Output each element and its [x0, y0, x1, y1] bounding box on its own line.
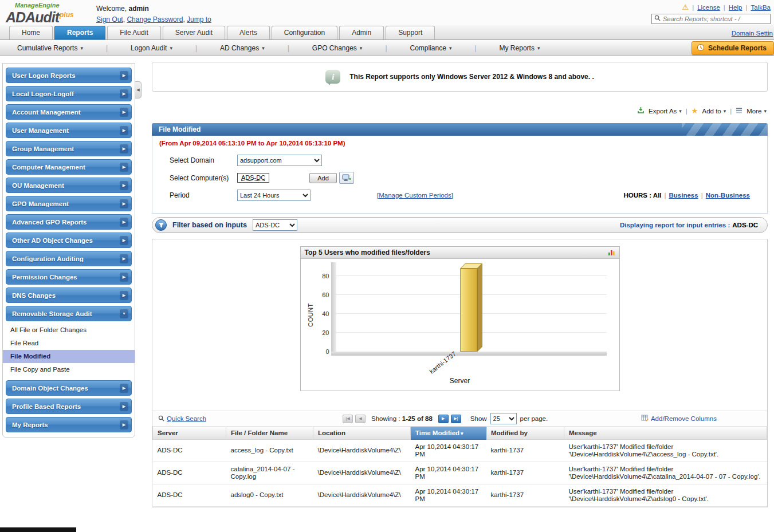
caret-down-icon: ▾	[449, 45, 452, 51]
column-header-time-modified[interactable]: Time Modified▾	[411, 427, 486, 439]
computer-field[interactable]: ADS-DC	[237, 173, 269, 183]
cell-time: Apr 10,2014 04:30:17 PM	[411, 439, 486, 462]
select-domain-label: Select Domain	[170, 156, 237, 164]
period-select[interactable]: Last 24 Hours	[237, 190, 311, 201]
add-computer-button[interactable]: Add	[309, 173, 337, 183]
sidebar-item-account-management[interactable]: Account Management▶	[6, 104, 132, 120]
sidebar-item-group-management[interactable]: Group Management▶	[6, 141, 132, 156]
chart-type-icon[interactable]	[608, 249, 615, 256]
sidebar-item-user-management[interactable]: User Management▶	[6, 123, 132, 138]
sidebar-item-local-logon-logoff[interactable]: Local Logon-Logoff▶	[6, 86, 132, 101]
domain-settings-link[interactable]: Domain Settin	[732, 30, 773, 37]
sidebar-subitem-file-modified[interactable]: File Modified	[3, 350, 135, 363]
page-size-select[interactable]: 25	[490, 413, 517, 424]
add-remove-columns-button[interactable]: Add/Remove Columns	[641, 415, 717, 423]
column-header-message[interactable]: Message	[564, 427, 767, 439]
hours-business-link[interactable]: Business	[669, 192, 698, 199]
tab-reports[interactable]: Reports	[54, 26, 105, 40]
sign-out-link[interactable]: Sign Out	[96, 15, 123, 23]
filter-label: Filter based on inputs	[172, 221, 247, 229]
table-row: ADS-DC adslog0 - Copy.txt \Device\Harddi…	[153, 484, 767, 506]
cell-location: \Device\HarddiskVolume4\Z\	[313, 484, 411, 506]
chevron-right-icon: ▶	[120, 218, 128, 227]
license-link[interactable]: License	[697, 4, 720, 11]
sidebar-subitem-all-file-or-folder-changes[interactable]: All File or Folder Changes	[3, 324, 135, 337]
sidebar-item-permission-changes[interactable]: Permission Changes▶	[6, 269, 132, 285]
export-as-button[interactable]: Export As▾	[649, 108, 682, 115]
hours-filter: HOURS : All Business Non-Business	[624, 192, 751, 199]
displaying-report-info: Displaying report for input entries :ADS…	[620, 222, 758, 228]
subnav-gpo-changes[interactable]: GPO Changes▾	[312, 44, 363, 52]
column-header-location[interactable]: Location	[313, 427, 411, 439]
chart-3d-wall	[331, 262, 336, 352]
sidebar-item-configuration-auditing[interactable]: Configuration Auditing▶	[6, 251, 132, 266]
help-link[interactable]: Help	[729, 4, 742, 11]
domain-select[interactable]: adsupport.com	[237, 155, 322, 166]
report-form: Select Domain adsupport.com Select Compu…	[159, 153, 760, 210]
global-search-box[interactable]	[651, 14, 771, 24]
sidebar-item-user-logon-reports[interactable]: User Logon Reports▶	[6, 68, 132, 83]
talkback-link[interactable]: TalkBa	[751, 4, 771, 11]
reports-subnav: Cumulative Reports▾ Logon Audit▾ AD Chan…	[0, 40, 774, 56]
browse-computers-button[interactable]	[339, 172, 354, 184]
subnav-compliance[interactable]: Compliance▾	[410, 44, 452, 52]
manage-custom-periods-link[interactable]: [Manage Custom Periods]	[377, 192, 453, 199]
chevron-right-icon: ▶	[120, 144, 128, 153]
info-icon: i	[325, 70, 340, 84]
sidebar-subitem-file-read[interactable]: File Read	[3, 337, 135, 350]
tab-configuration[interactable]: Configuration	[272, 26, 337, 40]
column-header-modified-by[interactable]: Modified by	[486, 427, 564, 439]
report-title-bar: File Modified	[152, 123, 768, 136]
tab-admin[interactable]: Admin	[339, 26, 384, 40]
chart-3d-floor	[331, 352, 607, 356]
per-page-label: per page.	[520, 415, 548, 422]
sidebar-item-profile-based-reports[interactable]: Profile Based Reports▶	[6, 399, 132, 414]
chevron-right-icon: ▶	[120, 384, 128, 393]
caret-down-icon: ▾	[764, 108, 767, 114]
tab-file-audit[interactable]: File Audit	[107, 26, 160, 40]
export-icon	[637, 107, 645, 115]
quick-search-button[interactable]: Quick Search	[158, 415, 206, 423]
warning-icon[interactable]: ⚠	[682, 3, 689, 11]
sidebar-item-domain-object-changes[interactable]: Domain Object Changes▶	[6, 380, 132, 396]
sidebar-collapse-handle[interactable]: ◀	[135, 81, 142, 98]
search-input[interactable]	[663, 15, 768, 22]
chevron-right-icon: ▶	[120, 71, 128, 80]
hours-non-business-link[interactable]: Non-Business	[706, 192, 750, 199]
sidebar-item-ou-management[interactable]: OU Management▶	[6, 178, 132, 193]
sidebar-item-dns-changes[interactable]: DNS Changes▶	[6, 287, 132, 303]
tab-support[interactable]: Support	[386, 26, 435, 40]
column-header-file-folder-name[interactable]: File / Folder Name	[226, 427, 313, 439]
filter-input-select[interactable]: ADS-DC	[253, 219, 297, 231]
subnav-logon-audit[interactable]: Logon Audit▾	[131, 44, 172, 52]
add-to-button[interactable]: Add to▾	[702, 108, 726, 115]
sidebar-item-other-ad-object-changes[interactable]: Other AD Object Changes▶	[6, 232, 132, 248]
change-password-link[interactable]: Change Password	[127, 15, 183, 23]
sidebar-item-advanced-gpo-reports[interactable]: Advanced GPO Reports▶	[6, 214, 132, 230]
sidebar-item-removable-storage-audit[interactable]: Removable Storage Audit▼	[6, 306, 132, 321]
subnav-cumulative-reports[interactable]: Cumulative Reports▾	[17, 44, 83, 52]
subnav-my-reports[interactable]: My Reports▾	[500, 44, 540, 52]
hours-all-label: HOURS : All	[624, 192, 662, 199]
prev-page-button[interactable]: ◀	[355, 415, 366, 423]
product-name: ADAuditplus	[6, 9, 91, 23]
tab-alerts[interactable]: Alerts	[227, 26, 270, 40]
subnav-ad-changes[interactable]: AD Changes▾	[220, 44, 265, 52]
sidebar-item-gpo-management[interactable]: GPO Management▶	[6, 196, 132, 211]
caret-down-icon: ▾	[537, 45, 540, 51]
tab-home[interactable]: Home	[9, 26, 53, 40]
column-header-server[interactable]: Server	[153, 427, 226, 439]
sidebar-subitem-file-copy-and-paste[interactable]: File Copy and Paste	[3, 363, 135, 376]
jump-to-link[interactable]: Jump to	[187, 15, 211, 23]
first-page-button[interactable]: |◀	[343, 415, 353, 423]
schedule-reports-button[interactable]: Schedule Reports	[692, 41, 774, 55]
search-icon	[654, 15, 661, 23]
last-page-button[interactable]: ▶|	[451, 415, 461, 423]
chart-plot	[336, 267, 607, 352]
more-button[interactable]: More▾	[747, 108, 767, 115]
next-page-button[interactable]: ▶	[438, 415, 449, 423]
sidebar-item-computer-management[interactable]: Computer Management▶	[6, 159, 132, 175]
sidebar-item-my-reports[interactable]: My Reports▶	[6, 417, 132, 432]
header-utilities: ⚠ License Help TalkBa	[651, 3, 771, 24]
tab-server-audit[interactable]: Server Audit	[163, 26, 225, 40]
